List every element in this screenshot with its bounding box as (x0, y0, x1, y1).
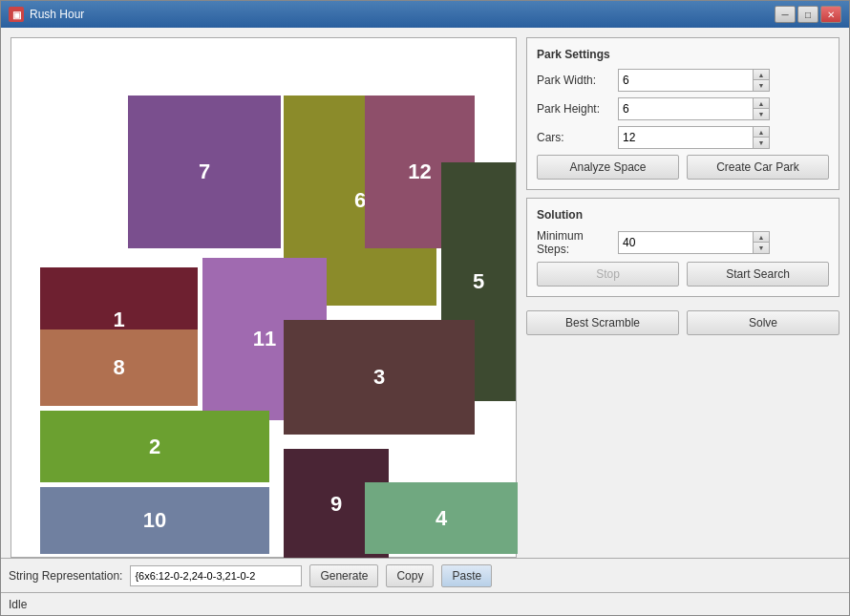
car-2[interactable]: 2 (40, 411, 269, 482)
bottom-bar: String Representation: Generate Copy Pas… (1, 558, 849, 592)
cars-label: Cars: (537, 131, 618, 144)
min-steps-spinner: ▲ ▼ (618, 231, 770, 254)
park-width-spinner: ▲ ▼ (618, 69, 770, 92)
main-window: ▣ Rush Hour ─ □ ✕ 761251118329104 Park S… (0, 0, 850, 616)
park-settings-panel: Park Settings Park Width: ▲ ▼ Park Heigh… (526, 37, 839, 190)
cars-spinner-btns: ▲ ▼ (753, 127, 769, 148)
park-height-up[interactable]: ▲ (754, 98, 769, 109)
park-height-input[interactable] (619, 98, 753, 119)
solution-panel: Solution Minimum Steps: ▲ ▼ Stop Start S… (526, 198, 839, 297)
cars-down[interactable]: ▼ (754, 138, 769, 148)
start-search-button[interactable]: Start Search (687, 262, 829, 287)
park-width-up[interactable]: ▲ (754, 70, 769, 80)
close-button[interactable]: ✕ (820, 6, 841, 23)
park-height-down[interactable]: ▼ (754, 109, 769, 119)
solve-button[interactable]: Solve (687, 310, 839, 335)
title-bar-left: ▣ Rush Hour (9, 7, 84, 22)
min-steps-row: Minimum Steps: ▲ ▼ (537, 229, 829, 256)
car-8[interactable]: 8 (40, 329, 198, 406)
window-title: Rush Hour (30, 8, 84, 21)
minimize-button[interactable]: ─ (775, 6, 796, 23)
park-width-row: Park Width: ▲ ▼ (537, 69, 829, 92)
park-width-down[interactable]: ▼ (754, 80, 769, 91)
park-height-spinner: ▲ ▼ (618, 97, 770, 120)
title-bar: ▣ Rush Hour ─ □ ✕ (1, 1, 849, 28)
car-park-area: 761251118329104 (11, 37, 517, 558)
park-width-spinner-btns: ▲ ▼ (753, 70, 769, 91)
park-width-input[interactable] (619, 70, 753, 91)
min-steps-spinner-btns: ▲ ▼ (753, 232, 769, 253)
car-3[interactable]: 3 (284, 320, 475, 435)
park-settings-buttons: Analyze Space Create Car Park (537, 155, 829, 180)
min-steps-input[interactable] (619, 232, 753, 253)
min-steps-label: Minimum Steps: (537, 229, 618, 256)
copy-button[interactable]: Copy (386, 564, 434, 587)
string-representation-input[interactable] (130, 565, 302, 586)
best-scramble-button[interactable]: Best Scramble (526, 310, 679, 335)
stop-button[interactable]: Stop (537, 262, 679, 287)
scramble-solve-buttons: Best Scramble Solve (526, 310, 839, 335)
paste-button[interactable]: Paste (441, 564, 492, 587)
cars-spinner: ▲ ▼ (618, 126, 770, 149)
create-car-park-button[interactable]: Create Car Park (687, 155, 829, 180)
car-4[interactable]: 4 (365, 482, 518, 554)
solution-title: Solution (537, 208, 829, 222)
park-height-spinner-btns: ▲ ▼ (753, 98, 769, 119)
analyze-space-button[interactable]: Analyze Space (537, 155, 679, 180)
cars-row: Cars: ▲ ▼ (537, 126, 829, 149)
park-height-row: Park Height: ▲ ▼ (537, 97, 829, 120)
title-bar-buttons: ─ □ ✕ (775, 6, 841, 23)
string-representation-label: String Representation: (9, 569, 122, 583)
min-steps-up[interactable]: ▲ (754, 232, 769, 243)
min-steps-down[interactable]: ▼ (754, 243, 769, 253)
car-10[interactable]: 10 (40, 487, 269, 554)
park-height-label: Park Height: (537, 102, 618, 116)
maximize-button[interactable]: □ (797, 6, 818, 23)
app-icon: ▣ (9, 7, 24, 22)
cars-up[interactable]: ▲ (754, 127, 769, 138)
park-width-label: Park Width: (537, 74, 618, 87)
cars-input[interactable] (619, 127, 753, 148)
car-7[interactable]: 7 (128, 96, 281, 248)
main-content: 761251118329104 Park Settings Park Width… (1, 28, 849, 558)
status-text: Idle (9, 598, 27, 611)
solution-buttons-top: Stop Start Search (537, 262, 829, 287)
status-bar: Idle (1, 592, 849, 615)
park-settings-title: Park Settings (537, 48, 829, 61)
right-panel: Park Settings Park Width: ▲ ▼ Park Heigh… (526, 37, 839, 548)
generate-button[interactable]: Generate (309, 564, 378, 587)
